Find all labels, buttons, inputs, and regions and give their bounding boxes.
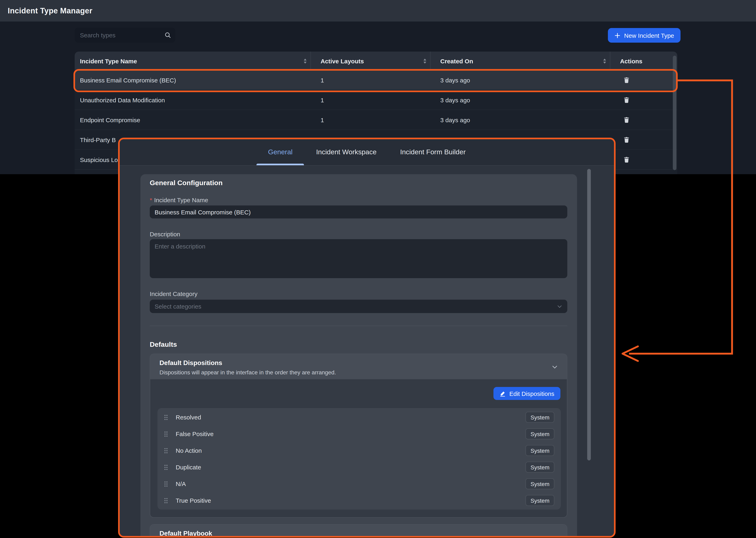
table-row[interactable]: Endpoint Compromise13 days ago <box>75 110 677 130</box>
search-field <box>75 27 175 43</box>
trash-icon <box>623 156 630 163</box>
disposition-label: Resolved <box>176 414 201 421</box>
delete-incident-type-button[interactable] <box>623 96 631 104</box>
disposition-item[interactable]: False PositiveSystem <box>158 425 561 442</box>
section-title-general-configuration: General Configuration <box>150 179 222 187</box>
drag-handle-icon[interactable] <box>164 431 168 437</box>
default-dispositions-accordion: Default Dispositions Dispositions will a… <box>150 354 567 518</box>
column-label: Actions <box>620 57 642 64</box>
cell-incident-type-name: Endpoint Compromise <box>75 116 311 123</box>
column-label: Active Layouts <box>321 57 364 64</box>
general-configuration-card: General Configuration *Incident Type Nam… <box>140 174 577 536</box>
cell-actions <box>610 135 677 144</box>
cell-actions <box>610 116 677 124</box>
dialog-scrollbar[interactable] <box>587 169 591 460</box>
active-tab-underline <box>257 164 304 165</box>
drag-handle-icon[interactable] <box>164 464 168 470</box>
tab-incident-form-builder[interactable]: Incident Form Builder <box>389 139 477 165</box>
incident-type-name-label: *Incident Type Name <box>150 196 208 203</box>
cell-created-on: 3 days ago <box>431 116 610 123</box>
delete-incident-type-button[interactable] <box>623 155 631 164</box>
description-textarea[interactable] <box>150 239 567 278</box>
tab-general[interactable]: General <box>257 139 304 165</box>
column-header-actions: Actions <box>610 52 677 70</box>
cell-incident-type-name: Unauthorized Data Modification <box>75 96 311 103</box>
drag-handle-icon[interactable] <box>164 414 168 420</box>
column-label: Created On <box>440 57 473 64</box>
disposition-label: True Positive <box>176 497 211 504</box>
edit-dispositions-button[interactable]: Edit Dispositions <box>494 387 560 400</box>
page-title: Incident Type Manager <box>0 6 92 15</box>
disposition-label: No Action <box>176 447 202 454</box>
sort-arrows-icon[interactable] <box>603 58 607 64</box>
section-title-defaults: Defaults <box>150 341 177 349</box>
table-scrollbar[interactable] <box>673 56 677 170</box>
trash-icon <box>623 97 630 103</box>
system-badge: System <box>526 412 554 423</box>
cell-actions <box>610 155 677 164</box>
cell-active-layouts: 1 <box>311 96 431 103</box>
default-dispositions-header[interactable]: Default Dispositions Dispositions will a… <box>150 354 567 379</box>
disposition-item[interactable]: True PositiveSystem <box>158 492 561 509</box>
dispositions-list: ResolvedSystemFalse PositiveSystemNo Act… <box>158 408 561 510</box>
pen-icon <box>499 390 506 397</box>
delete-incident-type-button[interactable] <box>623 135 631 144</box>
tab-incident-workspace[interactable]: Incident Workspace <box>305 139 388 165</box>
default-playbook-header[interactable]: Default Playbook <box>150 525 567 536</box>
default-dispositions-description: Dispositions will appear in the interfac… <box>160 369 557 376</box>
incident-category-select[interactable]: Select categories <box>150 300 567 313</box>
new-incident-type-label: New Incident Type <box>624 32 674 39</box>
delete-incident-type-button[interactable] <box>623 116 631 124</box>
cell-active-layouts: 1 <box>311 77 431 83</box>
description-label: Description <box>150 231 180 238</box>
drag-handle-icon[interactable] <box>164 497 168 504</box>
disposition-item[interactable]: No ActionSystem <box>158 442 561 459</box>
default-playbook-accordion: Default Playbook <box>150 524 567 536</box>
column-header-active-layouts[interactable]: Active Layouts <box>311 52 431 70</box>
system-badge: System <box>526 428 554 439</box>
trash-icon <box>623 77 630 83</box>
trash-icon <box>623 117 630 123</box>
cell-created-on: 3 days ago <box>431 96 610 103</box>
system-badge: System <box>526 445 554 456</box>
system-badge: System <box>526 495 554 506</box>
disposition-item[interactable]: N/ASystem <box>158 475 561 492</box>
search-icon <box>165 32 171 40</box>
tab-label: General <box>268 148 293 156</box>
default-dispositions-title: Default Dispositions <box>160 359 557 367</box>
drag-handle-icon[interactable] <box>164 481 168 487</box>
column-label: Incident Type Name <box>80 57 137 64</box>
table-row[interactable]: Unauthorized Data Modification13 days ag… <box>75 90 677 110</box>
column-header-created-on[interactable]: Created On <box>431 52 610 70</box>
chevron-down-icon[interactable] <box>551 364 558 370</box>
cell-actions <box>610 96 677 104</box>
system-badge: System <box>526 478 554 489</box>
table-row[interactable]: Business Email Compromise (BEC)13 days a… <box>75 70 677 90</box>
incident-type-name-input[interactable] <box>150 205 567 218</box>
dialog-tab-bar: GeneralIncident WorkspaceIncident Form B… <box>120 139 614 166</box>
plus-icon <box>614 32 621 38</box>
table-header: Incident Type NameActive LayoutsCreated … <box>75 52 677 70</box>
search-input[interactable] <box>75 27 175 43</box>
disposition-item[interactable]: DuplicateSystem <box>158 459 561 475</box>
drag-handle-icon[interactable] <box>164 447 168 454</box>
incident-category-placeholder: Select categories <box>155 303 201 310</box>
tab-label: Incident Workspace <box>316 148 377 156</box>
default-playbook-title: Default Playbook <box>160 530 557 536</box>
incident-type-dialog: GeneralIncident WorkspaceIncident Form B… <box>118 137 616 538</box>
edit-dispositions-label: Edit Dispositions <box>509 390 554 397</box>
disposition-item[interactable]: ResolvedSystem <box>158 409 561 425</box>
sort-arrows-icon[interactable] <box>303 58 307 64</box>
section-divider <box>150 326 567 326</box>
sort-arrows-icon[interactable] <box>423 58 427 64</box>
delete-incident-type-button[interactable] <box>623 76 631 84</box>
trash-icon <box>623 136 630 143</box>
default-dispositions-body: Edit Dispositions ResolvedSystemFalse Po… <box>150 379 567 517</box>
tab-label: Incident Form Builder <box>400 148 466 156</box>
chevron-down-icon[interactable] <box>551 534 558 536</box>
column-header-incident-type-name[interactable]: Incident Type Name <box>75 52 311 70</box>
chevron-down-icon <box>557 303 562 309</box>
disposition-label: Duplicate <box>176 464 201 471</box>
new-incident-type-button[interactable]: New Incident Type <box>608 28 681 43</box>
dialog-body: General Configuration *Incident Type Nam… <box>120 166 614 536</box>
